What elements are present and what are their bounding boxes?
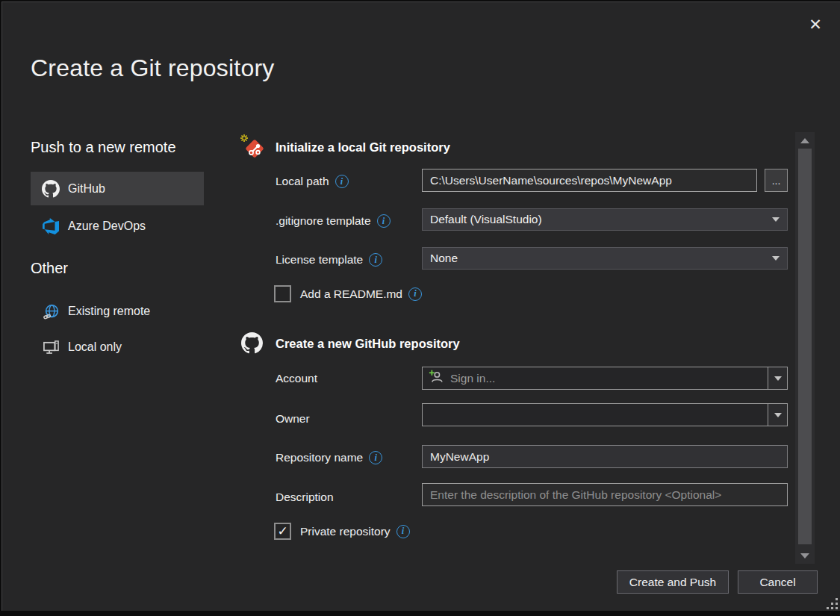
info-icon[interactable] (369, 451, 382, 464)
sidebar-header-other: Other (31, 260, 68, 277)
section-header-create-github: Create a new GitHub repository (276, 337, 460, 351)
account-combobox-body[interactable]: Sign in... (423, 367, 768, 389)
close-icon[interactable]: ✕ (803, 13, 828, 37)
label-text: .gitignore template (276, 214, 371, 228)
chevron-down-icon (772, 256, 780, 261)
git-new-repo-icon (240, 134, 268, 162)
page-title: Create a Git repository (31, 55, 275, 82)
license-template-dropdown[interactable]: None (422, 247, 788, 270)
label-text: Local path (276, 175, 329, 188)
screen: ✕ Create a Git repository Push to a new … (0, 0, 840, 616)
info-icon[interactable] (335, 175, 349, 188)
label-text: Account (276, 372, 317, 385)
github-icon (41, 179, 60, 199)
selected-value: None (430, 252, 458, 265)
description-input[interactable] (422, 483, 788, 506)
label-text: Repository name (276, 451, 363, 464)
private-repository-label: Private repository (300, 525, 410, 538)
gitignore-template-label: .gitignore template (276, 214, 391, 228)
owner-combobox[interactable] (422, 403, 788, 426)
label-text: Owner (276, 412, 310, 426)
label-text: License template (276, 253, 363, 267)
sidebar-item-label: Azure DevOps (68, 220, 146, 233)
browse-button[interactable]: ... (765, 169, 788, 192)
private-repository-row: Private repository (274, 523, 410, 540)
cancel-button[interactable]: Cancel (738, 570, 818, 594)
label-text: Description (276, 491, 334, 504)
account-combobox[interactable]: Sign in... (422, 367, 788, 390)
account-label: Account (276, 372, 317, 385)
info-icon[interactable] (396, 525, 410, 538)
azure-devops-icon (41, 217, 60, 236)
globe-link-icon (41, 302, 60, 321)
info-icon[interactable] (377, 214, 391, 228)
scrollbar-thumb[interactable] (798, 149, 812, 544)
resize-grip[interactable] (826, 597, 839, 614)
github-icon (241, 332, 263, 354)
private-repository-checkbox[interactable] (274, 523, 291, 540)
sidebar-item-label: Existing remote (68, 305, 150, 318)
section-header-init-local: Initialize a local Git repository (276, 140, 450, 155)
owner-dropdown-button[interactable] (768, 404, 787, 426)
info-icon[interactable] (408, 287, 422, 301)
create-and-push-button[interactable]: Create and Push (617, 570, 729, 594)
gitignore-template-dropdown[interactable]: Default (VisualStudio) (422, 208, 788, 231)
create-git-repository-dialog: ✕ Create a Git repository Push to a new … (1, 1, 840, 611)
sidebar-item-existing-remote[interactable]: Existing remote (31, 299, 204, 323)
add-readme-checkbox[interactable] (274, 285, 291, 302)
scroll-down-icon[interactable] (795, 549, 815, 562)
sign-in-text: Sign in... (450, 372, 495, 385)
selected-value: Default (VisualStudio) (430, 213, 542, 226)
label-text: Private repository (300, 525, 391, 538)
account-dropdown-button[interactable] (768, 367, 787, 389)
sidebar-item-label: GitHub (68, 182, 105, 196)
local-path-input[interactable] (422, 169, 757, 192)
add-user-icon (429, 369, 444, 388)
description-label: Description (276, 491, 334, 504)
owner-combobox-body[interactable] (423, 404, 768, 426)
sidebar-item-label: Local only (68, 340, 122, 354)
repository-name-label: Repository name (276, 451, 382, 464)
sidebar-item-local-only[interactable]: Local only (31, 335, 204, 359)
info-icon[interactable] (369, 253, 382, 267)
local-path-label: Local path (276, 175, 349, 188)
add-readme-label: Add a README.md (300, 287, 422, 301)
repository-name-input[interactable] (422, 445, 788, 468)
sidebar-item-github[interactable]: GitHub (31, 172, 204, 205)
label-text: Add a README.md (300, 287, 402, 301)
monitor-icon (41, 337, 60, 357)
sidebar-item-azure-devops[interactable]: Azure DevOps (31, 214, 204, 239)
sidebar-header-push-remote: Push to a new remote (31, 139, 176, 156)
scroll-up-icon[interactable] (795, 134, 815, 147)
license-template-label: License template (276, 253, 382, 267)
vertical-scrollbar[interactable] (795, 132, 815, 564)
chevron-down-icon (774, 413, 782, 417)
chevron-down-icon (774, 376, 782, 381)
owner-label: Owner (276, 412, 310, 426)
chevron-down-icon (772, 217, 780, 222)
add-readme-row: Add a README.md (274, 285, 422, 302)
